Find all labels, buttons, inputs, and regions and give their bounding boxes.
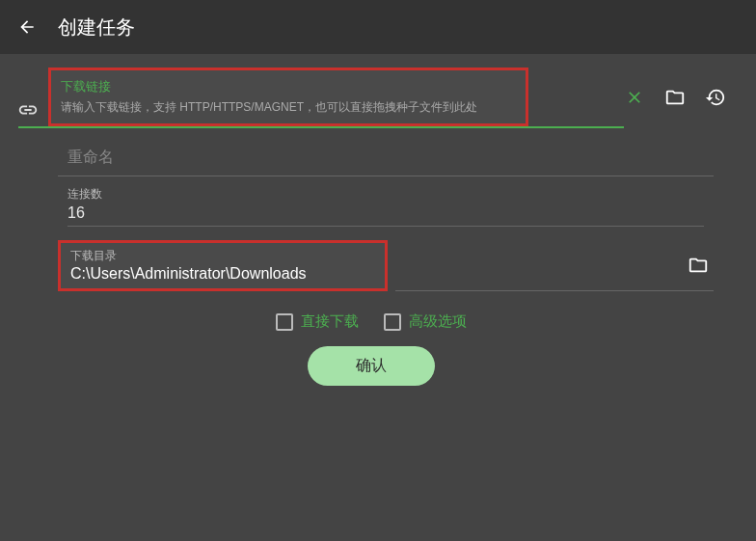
download-dir-input[interactable]: 下载目录 C:\Users\Administrator\Downloads bbox=[58, 240, 388, 291]
url-active-underline bbox=[18, 126, 624, 128]
rename-placeholder: 重命名 bbox=[68, 148, 704, 168]
download-dir-value: C:\Users\Administrator\Downloads bbox=[70, 265, 375, 283]
close-icon bbox=[625, 88, 644, 107]
history-button[interactable] bbox=[704, 86, 727, 109]
checkbox-row: 直接下载 高级选项 bbox=[15, 312, 727, 331]
url-input-placeholder: 请输入下载链接，支持 HTTP/HTTPS/MAGNET，也可以直接拖拽种子文件… bbox=[61, 99, 516, 116]
confirm-button[interactable]: 确认 bbox=[308, 346, 435, 386]
direct-download-checkbox[interactable]: 直接下载 bbox=[276, 312, 359, 331]
choose-dir-button[interactable] bbox=[687, 254, 710, 277]
advanced-options-label: 高级选项 bbox=[409, 312, 467, 331]
connections-field[interactable]: 连接数 16 bbox=[58, 180, 714, 222]
url-actions bbox=[623, 86, 727, 109]
rename-input[interactable]: 重命名 bbox=[58, 140, 714, 176]
link-icon bbox=[17, 99, 39, 121]
download-dir-label: 下载目录 bbox=[70, 248, 375, 264]
clear-button[interactable] bbox=[623, 86, 646, 109]
folder-icon bbox=[688, 255, 709, 276]
folder-icon bbox=[664, 87, 686, 108]
app-header: 创建任务 bbox=[0, 0, 756, 54]
checkbox-box-icon bbox=[384, 313, 401, 331]
back-button[interactable] bbox=[15, 15, 39, 39]
directory-row: 下载目录 C:\Users\Administrator\Downloads bbox=[15, 240, 727, 291]
connections-label: 连接数 bbox=[68, 186, 704, 203]
direct-download-label: 直接下载 bbox=[301, 312, 359, 331]
history-icon bbox=[705, 87, 726, 108]
url-input[interactable]: 下载链接 请输入下载链接，支持 HTTP/HTTPS/MAGNET，也可以直接拖… bbox=[48, 68, 528, 126]
advanced-options-checkbox[interactable]: 高级选项 bbox=[384, 312, 467, 331]
url-input-label: 下载链接 bbox=[61, 78, 516, 95]
download-dir-right bbox=[395, 240, 714, 291]
connections-underline bbox=[68, 226, 704, 227]
form-content: 下载链接 请输入下载链接，支持 HTTP/HTTPS/MAGNET，也可以直接拖… bbox=[0, 54, 756, 386]
url-row: 下载链接 请输入下载链接，支持 HTTP/HTTPS/MAGNET，也可以直接拖… bbox=[15, 68, 727, 126]
connections-value: 16 bbox=[68, 204, 704, 222]
checkbox-box-icon bbox=[276, 313, 293, 331]
open-file-button[interactable] bbox=[663, 86, 687, 109]
link-icon-column bbox=[15, 74, 40, 121]
page-title: 创建任务 bbox=[58, 14, 135, 41]
confirm-row: 确认 bbox=[15, 346, 727, 386]
arrow-left-icon bbox=[17, 17, 37, 37]
